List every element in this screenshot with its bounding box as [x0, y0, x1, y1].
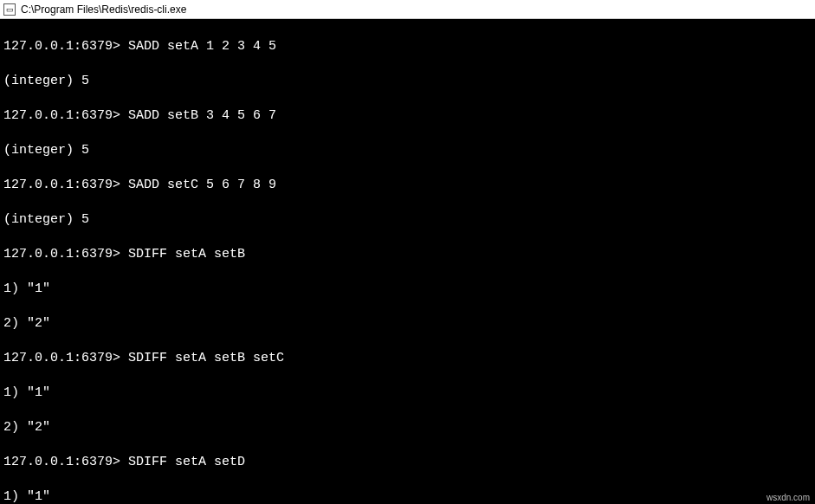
terminal-line: 127.0.0.1:6379> SDIFF setA setB	[3, 246, 812, 263]
terminal-line: 1) "1"	[3, 384, 812, 402]
terminal-line: (integer) 5	[3, 73, 812, 90]
terminal-line: (integer) 5	[3, 142, 812, 159]
terminal-line: 1) "1"	[3, 281, 812, 298]
terminal-area[interactable]: 127.0.0.1:6379> SADD setA 1 2 3 4 5 (int…	[0, 19, 815, 504]
terminal-line: 127.0.0.1:6379> SADD setC 5 6 7 8 9	[3, 177, 812, 194]
window-title: C:\Program Files\Redis\redis-cli.exe	[21, 3, 186, 16]
terminal-line: 127.0.0.1:6379> SDIFF setA setD	[3, 454, 812, 471]
terminal-line: (integer) 5	[3, 211, 812, 229]
terminal-line: 127.0.0.1:6379> SDIFF setA setB setC	[3, 350, 812, 367]
app-icon: ▭	[3, 3, 16, 16]
terminal-line: 1) "1"	[3, 488, 812, 504]
watermark: wsxdn.com	[766, 493, 810, 502]
terminal-line: 2) "2"	[3, 419, 812, 436]
terminal-line: 127.0.0.1:6379> SADD setA 1 2 3 4 5	[3, 38, 812, 55]
titlebar[interactable]: ▭ C:\Program Files\Redis\redis-cli.exe	[0, 0, 815, 19]
terminal-line: 127.0.0.1:6379> SADD setB 3 4 5 6 7	[3, 107, 812, 125]
terminal-line: 2) "2"	[3, 315, 812, 333]
